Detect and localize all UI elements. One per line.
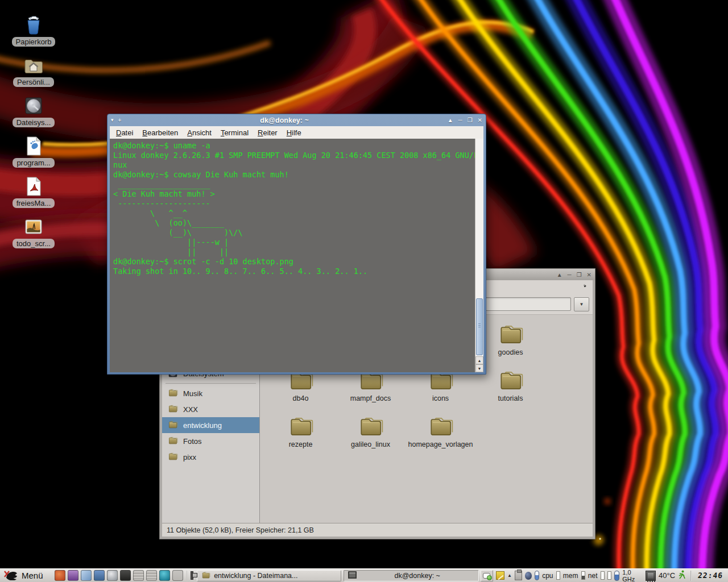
purple-app-icon[interactable] — [68, 570, 78, 581]
desktop-icon-program[interactable]: program... — [9, 136, 58, 168]
chevron-down-icon: ▼ — [580, 302, 584, 307]
file-item-label: rezepte — [289, 440, 313, 449]
menu-item-terminal[interactable]: Terminal — [216, 127, 253, 138]
file-item-galileo_linux[interactable]: galileo_linux — [337, 415, 404, 461]
scroll-up-button[interactable]: ▲ — [475, 356, 483, 364]
sidebar-item-musik[interactable]: Musik — [162, 385, 259, 401]
terminal-body[interactable]: dk@donkey:~$ uname -a Linux donkey 2.6.2… — [110, 139, 483, 372]
desktop-icon-persnli[interactable]: Persönli... — [9, 55, 58, 87]
maximize-button[interactable]: ❐ — [468, 114, 473, 126]
cpu-chip-icon[interactable] — [646, 571, 656, 581]
cpu-freq-value: 1,0 GHz — [622, 569, 643, 582]
teal-gem-icon[interactable] — [159, 570, 170, 581]
terminal-window[interactable]: ▾ + dk@donkey: ~ ▲─❐✕ DateiBearbeitenAns… — [107, 114, 486, 375]
file-item-label: mampf_docs — [350, 394, 391, 403]
show-desktop-icon[interactable] — [191, 571, 194, 580]
scroll-down-button[interactable]: ▼ — [475, 364, 483, 372]
task-button-terminal[interactable]: dk@donkey: ~ — [344, 570, 479, 581]
sidebar-item-fotos[interactable]: Fotos — [162, 433, 259, 449]
menu-item-reiter[interactable]: Reiter — [253, 127, 282, 138]
runner-icon[interactable] — [678, 570, 686, 581]
task-button-label: entwicklung - Dateimana... — [214, 572, 297, 580]
pill-icon[interactable] — [535, 571, 539, 580]
pager-icon[interactable] — [172, 570, 183, 581]
desktop-icon-list: PapierkorbPersönli...Dateisys...program.… — [9, 15, 58, 248]
folder-icon — [168, 452, 178, 462]
messenger-icon[interactable] — [481, 570, 493, 581]
file-item-tutorials[interactable]: tutorials — [477, 369, 544, 415]
shade-button[interactable]: ▲ — [557, 269, 562, 281]
shade-button[interactable]: ▲ — [448, 114, 453, 126]
applications-menu-button[interactable]: Menü — [2, 569, 48, 582]
temperature-value: 40°C — [659, 571, 675, 580]
image-file-icon — [23, 217, 44, 237]
desktop-icon-freiesma[interactable]: freiesMa... — [9, 176, 58, 208]
xfce-mouse-icon — [3, 569, 18, 582]
file-item-rezepte[interactable]: rezepte — [267, 415, 334, 461]
sidebar-item-entwicklung[interactable]: entwicklung — [162, 417, 259, 433]
mem-meter — [581, 571, 585, 580]
clock-globe-icon[interactable] — [107, 570, 118, 581]
file-item-goodies[interactable]: goodies — [477, 323, 544, 369]
harddisk-icon — [23, 95, 44, 116]
trash-icon — [23, 15, 44, 35]
close-button[interactable]: ✕ — [478, 114, 482, 126]
location-dropdown-button[interactable]: ▼ — [574, 297, 589, 311]
folder-icon — [168, 388, 178, 398]
separator — [187, 571, 187, 580]
cpu-meter — [556, 571, 560, 580]
terminal-menubar: DateiBearbeitenAnsichtTerminalReiterHilf… — [110, 126, 483, 139]
menu-item-bearbeiten[interactable]: Bearbeiten — [138, 127, 183, 138]
file-item-label: galileo_linux — [351, 440, 390, 449]
terminal-titlebar[interactable]: ▾ + dk@donkey: ~ ▲─❐✕ — [107, 114, 486, 126]
sidebar-item-label: Musik — [183, 389, 202, 398]
minimize-button[interactable]: ─ — [458, 114, 462, 126]
sidebar-separator — [166, 383, 256, 384]
window-menu-icon[interactable]: ▾ — [111, 114, 114, 126]
folder-icon — [168, 404, 178, 414]
close-button[interactable]: ✕ — [587, 269, 592, 281]
sidebar-item-xxx[interactable]: XXX — [162, 401, 259, 417]
folder-icon — [498, 369, 524, 393]
file-item-db4o[interactable]: db4o — [267, 369, 334, 415]
fox-app-icon[interactable] — [55, 570, 65, 581]
sidebar-item-pixx[interactable]: pixx — [162, 449, 259, 465]
file-item-homepage_vorlagen[interactable]: homepage_vorlagen — [407, 415, 474, 461]
filemanager-statusbar: 11 Objekte (52,0 kB), Freier Speicher: 2… — [162, 523, 593, 537]
status-text: 11 Objekte (52,0 kB), Freier Speicher: 2… — [167, 526, 314, 534]
clipboard-icon[interactable] — [515, 571, 522, 580]
file-cabinet-icon[interactable] — [133, 570, 144, 581]
gnome-document-icon — [23, 136, 44, 156]
menu-label: Menü — [22, 571, 43, 580]
file-item-label: icons — [432, 394, 449, 403]
desktop-icon-label: program... — [13, 158, 54, 168]
desktop-icon-label: freiesMa... — [13, 198, 55, 208]
terminal-screen-icon[interactable] — [120, 570, 131, 581]
terminal-icon — [348, 571, 357, 580]
menu-item-ansicht[interactable]: Ansicht — [183, 127, 216, 138]
folder-icon — [428, 415, 454, 439]
file-cabinet-icon[interactable] — [146, 570, 157, 581]
collapse-arrow-icon[interactable]: ▲ — [507, 573, 512, 578]
blue-cube-icon[interactable] — [81, 570, 92, 581]
maximize-button[interactable]: ❐ — [577, 269, 582, 281]
blue-grid-icon[interactable] — [94, 570, 105, 581]
file-item-label: db4o — [293, 394, 309, 403]
menu-item-datei[interactable]: Datei — [111, 127, 138, 138]
system-tray: ▲ cpu mem net 1,0 GHz 40°C 22:46 — [481, 569, 726, 582]
desktop-icon-todoscr[interactable]: todo_scr... — [9, 217, 58, 248]
task-button-filemanager[interactable]: entwicklung - Dateimana... — [197, 570, 341, 581]
minimize-button[interactable]: ─ — [568, 269, 572, 281]
desktop-icon-label: Papierkorb — [12, 37, 56, 47]
terminal-scrollbar[interactable]: ▲ ▼ — [475, 139, 483, 372]
file-item-mampf_docs[interactable]: mampf_docs — [337, 369, 404, 415]
pdf-document-icon — [23, 176, 44, 197]
scrollbar-thumb[interactable] — [476, 298, 483, 355]
desktop-icon-dateisys[interactable]: Dateisys... — [9, 95, 58, 127]
menu-item-hilfe[interactable]: Hilfe — [282, 127, 306, 138]
file-item-icons[interactable]: icons — [407, 369, 474, 415]
sphere-icon[interactable] — [525, 572, 532, 580]
desktop-icon-papierkorb[interactable]: Papierkorb — [9, 15, 58, 47]
battery-icon[interactable] — [614, 571, 619, 581]
notes-icon[interactable] — [496, 571, 504, 580]
